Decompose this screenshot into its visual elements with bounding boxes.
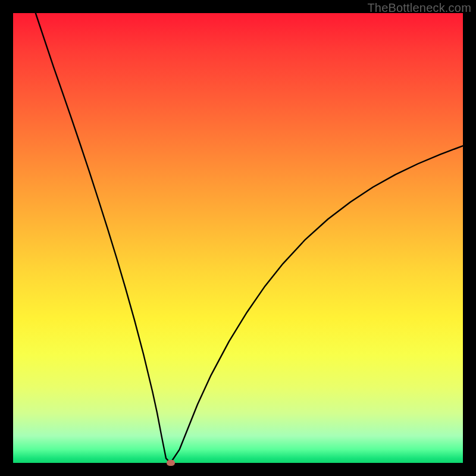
- watermark-text: TheBottleneck.com: [367, 1, 471, 15]
- plot-area: [13, 13, 463, 463]
- curve-layer: [13, 13, 463, 463]
- chart-frame: TheBottleneck.com: [0, 0, 476, 476]
- min-marker: [167, 460, 175, 466]
- bottleneck-curve: [36, 13, 463, 463]
